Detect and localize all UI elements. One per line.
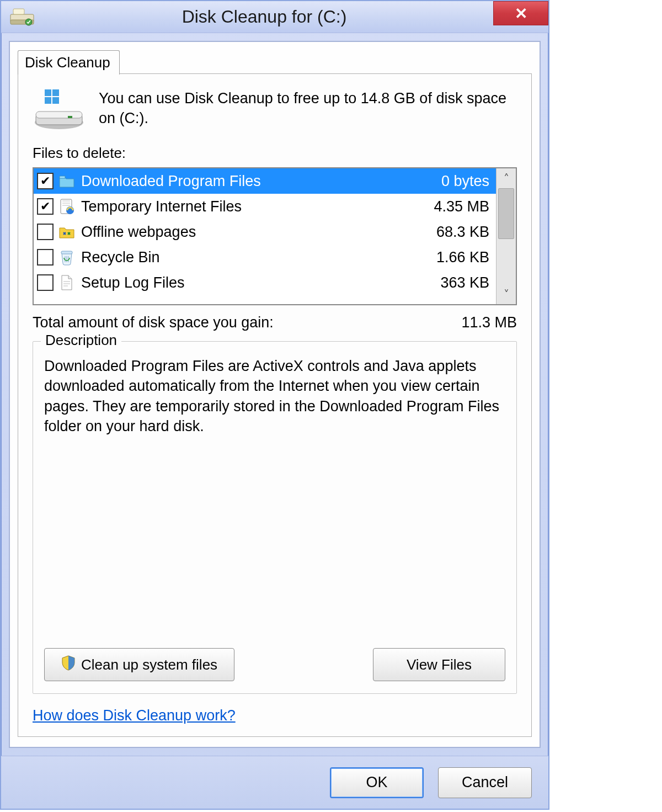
file-checkbox[interactable]: [37, 274, 54, 291]
tab-label: Disk Cleanup: [25, 54, 110, 71]
scroll-up-icon[interactable]: ˄: [496, 168, 516, 188]
view-files-label: View Files: [407, 656, 472, 673]
file-row[interactable]: Temporary Internet Files4.35 MB: [34, 194, 496, 219]
svg-rect-7: [68, 116, 72, 118]
scroll-thumb[interactable]: [498, 188, 514, 239]
description-legend: Description: [41, 332, 121, 349]
ie-cache-icon: [58, 198, 76, 215]
cancel-button[interactable]: Cancel: [438, 767, 532, 798]
file-row[interactable]: Downloaded Program Files0 bytes: [34, 168, 496, 194]
file-size: 68.3 KB: [415, 224, 493, 241]
file-row[interactable]: Setup Log Files363 KB: [34, 270, 496, 295]
close-icon: ✕: [515, 4, 527, 23]
window-title: Disk Cleanup for (C:): [35, 7, 548, 27]
tab-strip: Disk Cleanup: [18, 50, 532, 74]
svg-rect-8: [45, 89, 51, 96]
tab-disk-cleanup[interactable]: Disk Cleanup: [18, 50, 120, 75]
scroll-down-icon[interactable]: ˅: [496, 284, 516, 304]
svg-rect-10: [45, 97, 51, 104]
total-label: Total amount of disk space you gain:: [33, 314, 429, 331]
ok-button[interactable]: OK: [330, 767, 424, 798]
file-label: Temporary Internet Files: [81, 198, 413, 215]
intro-text: You can use Disk Cleanup to free up to 1…: [99, 88, 517, 131]
cancel-label: Cancel: [462, 774, 508, 791]
disk-cleanup-window: Disk Cleanup for (C:) ✕ Disk Cleanup: [0, 0, 549, 810]
file-checkbox[interactable]: [37, 249, 54, 266]
shield-icon: [61, 655, 76, 675]
svg-rect-15: [61, 251, 72, 254]
file-list: Downloaded Program Files0 bytesTemporary…: [33, 167, 517, 305]
folder-icon: [58, 172, 76, 190]
drive-icon: [33, 88, 86, 131]
log-file-icon: [58, 274, 76, 291]
file-size: 1.66 KB: [415, 249, 493, 266]
description-text: Downloaded Program Files are ActiveX con…: [44, 356, 505, 638]
svg-rect-9: [52, 89, 59, 96]
offline-pages-icon: [58, 223, 76, 241]
total-value: 11.3 MB: [429, 314, 517, 331]
scrollbar[interactable]: ˄ ˅: [496, 168, 516, 304]
file-label: Offline webpages: [81, 224, 413, 241]
file-size: 4.35 MB: [415, 198, 493, 215]
file-label: Downloaded Program Files: [81, 173, 413, 190]
dialog-footer: OK Cancel: [1, 756, 548, 809]
scroll-track[interactable]: [496, 188, 516, 284]
app-icon: [9, 7, 35, 28]
file-label: Recycle Bin: [81, 249, 413, 266]
file-row[interactable]: Offline webpages68.3 KB: [34, 219, 496, 245]
help-link[interactable]: How does Disk Cleanup work?: [33, 707, 517, 724]
file-size: 0 bytes: [415, 173, 493, 190]
help-link-text: How does Disk Cleanup work?: [33, 707, 236, 724]
file-checkbox[interactable]: [37, 173, 54, 189]
description-group: Description Downloaded Program Files are…: [33, 341, 517, 694]
client-area: Disk Cleanup: [9, 41, 541, 748]
titlebar: Disk Cleanup for (C:) ✕: [1, 1, 548, 33]
file-checkbox[interactable]: [37, 224, 54, 240]
view-files-button[interactable]: View Files: [373, 648, 505, 681]
file-row[interactable]: Recycle Bin1.66 KB: [34, 245, 496, 270]
svg-rect-11: [52, 97, 59, 104]
cleanup-system-files-button[interactable]: Clean up system files: [44, 648, 234, 681]
file-label: Setup Log Files: [81, 274, 413, 291]
svg-rect-6: [36, 112, 82, 118]
svg-rect-12: [60, 176, 65, 178]
file-size: 363 KB: [415, 274, 493, 291]
cleanup-button-label: Clean up system files: [81, 656, 217, 673]
file-checkbox[interactable]: [37, 198, 54, 215]
ok-label: OK: [366, 774, 387, 791]
intro-row: You can use Disk Cleanup to free up to 1…: [33, 88, 517, 131]
tab-panel: You can use Disk Cleanup to free up to 1…: [18, 73, 532, 737]
svg-rect-2: [13, 9, 24, 14]
recycle-bin-icon: [58, 248, 76, 266]
total-row: Total amount of disk space you gain: 11.…: [33, 314, 517, 331]
files-to-delete-label: Files to delete:: [33, 145, 517, 162]
close-button[interactable]: ✕: [493, 1, 548, 25]
